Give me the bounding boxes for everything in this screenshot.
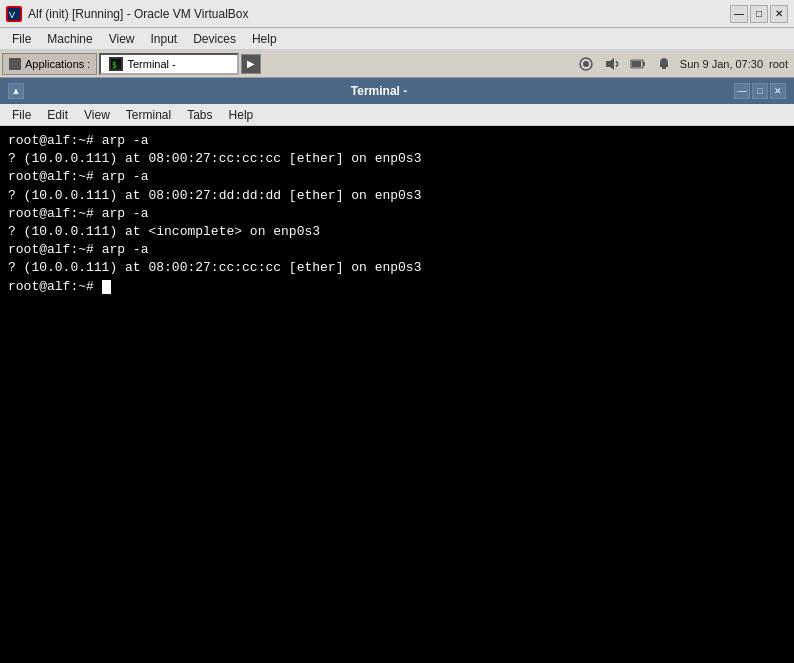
svg-rect-11 [632, 61, 641, 67]
cmd-3: arp -a [102, 206, 149, 221]
settings-icon[interactable] [576, 54, 596, 74]
title-bar-controls: — □ ✕ [730, 5, 788, 23]
terminal-line-1: root@alf:~# arp -a [8, 132, 786, 150]
applications-label: Applications : [25, 58, 90, 70]
terminal-window: ▲ Terminal - — □ ✕ File Edit View Termin… [0, 78, 794, 663]
vbox-icon: V [6, 6, 22, 22]
terminal-window-title: Terminal - [24, 84, 734, 98]
user-display: root [769, 58, 788, 70]
prompt-2: root@alf:~# [8, 169, 102, 184]
virtualbox-title-bar: V Alf (init) [Running] - Oracle VM Virtu… [0, 0, 794, 28]
title-bar-left: V Alf (init) [Running] - Oracle VM Virtu… [6, 6, 249, 22]
cmd-2: arp -a [102, 169, 149, 184]
terminal-menu-edit[interactable]: Edit [39, 106, 76, 124]
notification-icon[interactable] [654, 54, 674, 74]
menu-file[interactable]: File [4, 30, 39, 48]
inner-minimize-button[interactable]: — [734, 83, 750, 99]
menu-machine[interactable]: Machine [39, 30, 100, 48]
inner-left-controls: ▲ [8, 83, 24, 99]
terminal-line-5: root@alf:~# arp -a [8, 205, 786, 223]
inner-close-button[interactable]: ✕ [770, 83, 786, 99]
prompt-1: root@alf:~# [8, 133, 102, 148]
restore-button[interactable]: □ [750, 5, 768, 23]
terminal-line-9: root@alf:~# [8, 278, 786, 296]
output-1: ? (10.0.0.111) at 08:00:27:cc:cc:cc [eth… [8, 151, 421, 166]
prompt-3: root@alf:~# [8, 206, 102, 221]
terminal-taskbar-label: Terminal - [127, 58, 175, 70]
terminal-line-7: root@alf:~# arp -a [8, 241, 786, 259]
guest-taskbar: Applications : $ Terminal - ▶ Sun 9 Jan,… [0, 50, 794, 78]
terminal-title-bar: ▲ Terminal - — □ ✕ [0, 78, 794, 104]
virtualbox-menu-bar: File Machine View Input Devices Help [0, 28, 794, 50]
cmd-1: arp -a [102, 133, 149, 148]
terminal-window-container: ▲ Terminal - — □ ✕ File Edit View Termin… [0, 78, 794, 663]
menu-help[interactable]: Help [244, 30, 285, 48]
terminal-menu-file[interactable]: File [4, 106, 39, 124]
prompt-5: root@alf:~# [8, 279, 102, 294]
inner-right-controls: — □ ✕ [734, 83, 786, 99]
terminal-line-2: ? (10.0.0.111) at 08:00:27:cc:cc:cc [eth… [8, 150, 786, 168]
terminal-menu-help[interactable]: Help [221, 106, 262, 124]
prompt-4: root@alf:~# [8, 242, 102, 257]
svg-point-5 [583, 61, 589, 67]
battery-icon[interactable] [628, 54, 648, 74]
output-3: ? (10.0.0.111) at <incomplete> on enp0s3 [8, 224, 320, 239]
volume-icon[interactable] [602, 54, 622, 74]
terminal-menu-tabs[interactable]: Tabs [179, 106, 220, 124]
terminal-icon: $ [109, 57, 123, 71]
svg-rect-12 [662, 67, 666, 69]
run-command-button[interactable]: ▶ [241, 54, 261, 74]
svg-marker-6 [606, 58, 614, 70]
inner-maximize-button[interactable]: □ [752, 83, 768, 99]
applications-icon [9, 58, 21, 70]
svg-rect-10 [643, 62, 645, 66]
output-4: ? (10.0.0.111) at 08:00:27:cc:cc:cc [eth… [8, 260, 421, 275]
window-title: Alf (init) [Running] - Oracle VM Virtual… [28, 7, 249, 21]
applications-button[interactable]: Applications : [2, 53, 97, 75]
svg-text:V: V [9, 10, 15, 20]
svg-line-7 [616, 61, 618, 64]
menu-devices[interactable]: Devices [185, 30, 244, 48]
svg-line-8 [616, 64, 618, 67]
terminal-line-8: ? (10.0.0.111) at 08:00:27:cc:cc:cc [eth… [8, 259, 786, 277]
minimize-button[interactable]: — [730, 5, 748, 23]
menu-input[interactable]: Input [143, 30, 186, 48]
datetime-display: Sun 9 Jan, 07:30 [680, 58, 763, 70]
cmd-4: arp -a [102, 242, 149, 257]
terminal-cursor [102, 280, 111, 294]
menu-view[interactable]: View [101, 30, 143, 48]
terminal-line-3: root@alf:~# arp -a [8, 168, 786, 186]
close-button[interactable]: ✕ [770, 5, 788, 23]
taskbar-right: Sun 9 Jan, 07:30 root [576, 54, 792, 74]
terminal-taskbar-button[interactable]: $ Terminal - [99, 53, 239, 75]
svg-text:$: $ [112, 61, 117, 69]
terminal-line-4: ? (10.0.0.111) at 08:00:27:dd:dd:dd [eth… [8, 187, 786, 205]
terminal-output[interactable]: root@alf:~# arp -a ? (10.0.0.111) at 08:… [0, 126, 794, 663]
terminal-menu-view[interactable]: View [76, 106, 118, 124]
terminal-menu-terminal[interactable]: Terminal [118, 106, 179, 124]
output-2: ? (10.0.0.111) at 08:00:27:dd:dd:dd [eth… [8, 188, 421, 203]
terminal-line-6: ? (10.0.0.111) at <incomplete> on enp0s3 [8, 223, 786, 241]
terminal-menu-bar: File Edit View Terminal Tabs Help [0, 104, 794, 126]
inner-up-button[interactable]: ▲ [8, 83, 24, 99]
